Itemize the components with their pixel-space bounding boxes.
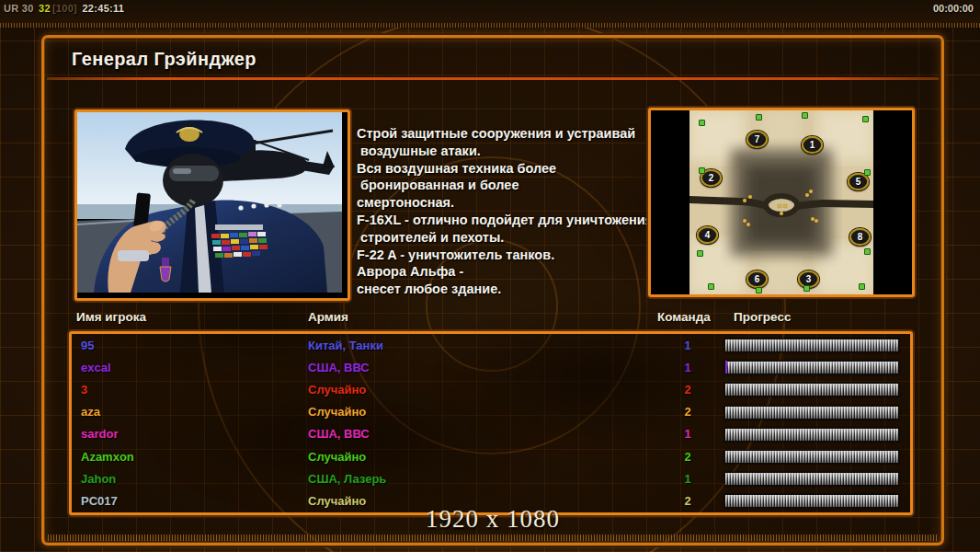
general-portrait (74, 109, 350, 301)
supply-dot (697, 250, 703, 257)
player-table-header: Имя игрока Армия Команда Прогресс (44, 310, 941, 328)
player-team: 2 (651, 405, 724, 419)
player-team: 1 (651, 427, 724, 441)
progress-bar (724, 428, 899, 442)
briefing-line: Аврора Альфа - (357, 263, 653, 281)
map-image: 71254863 (689, 110, 873, 294)
player-team: 1 (651, 339, 724, 352)
briefing-line: Вся воздушная техника более (357, 160, 653, 178)
supply-dot (864, 248, 871, 255)
spawn-marker: 1 (802, 136, 823, 154)
player-name: sardor (81, 427, 308, 441)
player-team: 1 (651, 472, 724, 486)
spawn-marker: 7 (746, 131, 768, 148)
progress-bar (724, 383, 899, 397)
main-frame: Генерал Грэйнджер (41, 35, 944, 546)
tech-dot (743, 199, 746, 202)
header-army: Армия (308, 310, 348, 324)
spawn-marker: 8 (849, 228, 871, 246)
player-army: Китай, Танки (308, 339, 651, 352)
player-name: excal (81, 361, 308, 374)
tech-dot (805, 193, 809, 197)
player-name: Azamxon (81, 450, 308, 464)
player-row: sardorСША, ВВС1 (72, 423, 910, 445)
bottom-tick-strip (48, 535, 938, 541)
progress-bar (724, 406, 899, 420)
tech-dot (809, 190, 813, 193)
tech-dot (748, 195, 752, 199)
tech-dot (783, 204, 787, 208)
progress-bar (724, 450, 899, 464)
player-list: 95Китай, Танки1excalСША, ВВС13Случайно2a… (69, 331, 913, 515)
topbar-tick-strip (0, 23, 980, 28)
briefing-line: Строй защитные сооружения и устраивай (357, 125, 653, 143)
debug-stat-segment: 22:45:11 (79, 3, 124, 14)
player-team: 2 (651, 383, 724, 397)
tech-dot (743, 219, 746, 223)
supply-dot (756, 114, 762, 121)
briefing-line: воздушные атаки. (357, 143, 653, 160)
debug-stat-segment: [100] (52, 3, 77, 14)
player-army: США, ВВС (308, 427, 651, 441)
supply-dot (803, 285, 810, 292)
supply-dot (859, 283, 865, 290)
progress-bar (724, 472, 899, 486)
loading-screen: UR 30 32[100] 22:45:11 00:00:00 Генерал … (0, 0, 980, 552)
briefing-line: смертоносная. (357, 194, 653, 212)
player-name: 3 (81, 383, 308, 397)
progress-bar (724, 361, 899, 374)
player-army: Случайно (308, 450, 651, 464)
player-army: Случайно (308, 383, 651, 397)
page-title: Генерал Грэйнджер (72, 49, 256, 70)
player-row: AzamxonСлучайно2 (72, 445, 910, 467)
map-preview: 71254863 (648, 108, 915, 297)
supply-dot (699, 167, 705, 174)
briefing-line: бронированная и более (357, 177, 653, 194)
header-team: Команда (657, 310, 711, 324)
header-progress: Прогресс (734, 310, 791, 324)
tech-dot (780, 212, 783, 215)
briefing-line: F-16XL - отлично подойдет для уничтожени… (357, 212, 653, 229)
spawn-marker: 4 (697, 226, 718, 244)
debug-stat-segment: 32 (39, 3, 51, 14)
debug-topbar: UR 30 32[100] 22:45:11 00:00:00 (0, 0, 980, 28)
debug-stats-text: UR 30 32[100] 22:45:11 (4, 3, 126, 14)
supply-dot (756, 287, 762, 293)
player-row: azaСлучайно2 (72, 401, 910, 423)
player-army: США, ВВС (308, 361, 651, 374)
player-team: 1 (651, 361, 724, 374)
player-row: JahonСША, Лазерь1 (72, 467, 910, 489)
match-clock: 00:00:00 (933, 3, 974, 14)
player-row: excalСША, ВВС1 (72, 356, 910, 378)
player-row: 95Китай, Танки1 (72, 334, 910, 356)
tech-dot (778, 204, 781, 208)
player-army: Случайно (308, 405, 651, 419)
supply-dot (708, 283, 714, 290)
player-name: Jahon (81, 472, 308, 486)
supply-dot (864, 169, 871, 176)
supply-dot (699, 120, 705, 126)
progress-cursor (725, 361, 727, 374)
player-row: 3Случайно2 (72, 378, 910, 400)
tech-dot (746, 223, 750, 226)
general-portrait-image (77, 112, 342, 293)
briefing-line: снесет любое здание. (357, 281, 653, 298)
player-name: aza (81, 405, 308, 419)
player-army: США, Лазерь (308, 472, 651, 486)
briefing-line: F-22 A - уничтожитель танков. (357, 247, 653, 264)
briefing-line: строителей и пехоты. (357, 229, 653, 247)
supply-dot (862, 116, 869, 122)
title-separator (47, 77, 939, 80)
briefing-text: Строй защитные сооружения и устраивай во… (357, 125, 653, 298)
tech-dot (815, 219, 818, 223)
debug-stat-segment: UR 30 (4, 3, 37, 14)
supply-dot (802, 112, 808, 119)
spawn-marker: 6 (746, 270, 768, 288)
header-player-name: Имя игрока (76, 310, 146, 324)
progress-bar (724, 339, 899, 352)
player-name: 95 (81, 339, 308, 352)
resolution-label: 1920 x 1080 (44, 505, 941, 534)
player-team: 2 (651, 450, 724, 464)
